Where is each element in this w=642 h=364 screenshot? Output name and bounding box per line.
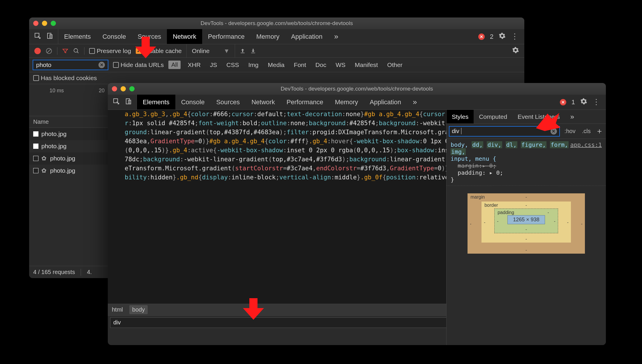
inspect-icon[interactable]: [113, 98, 120, 107]
upload-icon[interactable]: [240, 48, 246, 54]
hov-toggle[interactable]: :hov: [563, 128, 577, 135]
filter-icon[interactable]: [62, 48, 68, 54]
error-icon[interactable]: ✕: [560, 99, 566, 105]
styles-tab-overflow-icon[interactable]: »: [565, 110, 579, 123]
window-title: DevTools - developers.google.com/web/too…: [201, 20, 353, 26]
download-icon[interactable]: [250, 48, 256, 54]
network-toolbar: Preserve log Disable cache Online ▼: [29, 44, 524, 58]
img-thumb-icon: [33, 156, 38, 161]
tab-console[interactable]: Console: [175, 95, 211, 109]
disable-cache-checkbox[interactable]: Disable cache: [136, 47, 182, 54]
tab-overflow-icon[interactable]: »: [328, 29, 344, 44]
filter-type-xhr[interactable]: XHR: [185, 61, 203, 68]
filter-type-css[interactable]: CSS: [224, 61, 241, 68]
blocked-cookies-checkbox[interactable]: Has blocked cookies: [29, 72, 524, 84]
breadcrumb-item[interactable]: body: [129, 305, 148, 314]
filter-type-manifest[interactable]: Manifest: [352, 61, 380, 68]
tab-performance[interactable]: Performance: [202, 29, 251, 44]
settings-icon[interactable]: [580, 98, 587, 107]
device-toggle-icon[interactable]: [125, 98, 132, 107]
hide-data-urls-checkbox[interactable]: Hide data URLs: [113, 61, 164, 68]
tab-performance[interactable]: Performance: [281, 95, 329, 109]
add-rule-icon[interactable]: +: [595, 127, 604, 136]
minimize-icon[interactable]: [121, 86, 126, 91]
inspect-icon[interactable]: [34, 32, 41, 41]
filter-type-other[interactable]: Other: [385, 61, 405, 68]
preserve-log-checkbox[interactable]: Preserve log: [89, 47, 131, 54]
titlebar[interactable]: DevTools - developers.google.com/web/too…: [108, 83, 606, 95]
clear-icon[interactable]: [45, 47, 52, 54]
gear-bullet-icon: ✿: [41, 167, 47, 174]
record-icon[interactable]: [34, 48, 41, 54]
close-icon[interactable]: [112, 86, 117, 91]
svg-rect-8: [251, 52, 255, 53]
tab-network[interactable]: Network: [246, 95, 281, 109]
styles-filter-input[interactable]: div ✕: [449, 126, 560, 137]
box-model-margin-label: margin: [470, 195, 485, 200]
tab-memory[interactable]: Memory: [329, 95, 364, 109]
svg-rect-1: [47, 33, 51, 38]
filter-input[interactable]: photo ✕: [33, 60, 108, 70]
error-icon[interactable]: ✕: [478, 33, 485, 40]
breadcrumb-item[interactable]: html: [112, 306, 123, 313]
styles-pane: Styles Computed Event Listeners » div ✕ …: [446, 110, 606, 345]
minimize-icon[interactable]: [42, 21, 47, 26]
rule-source-link[interactable]: app.css:1: [570, 141, 602, 148]
kebab-icon[interactable]: ⋮: [511, 32, 518, 41]
filter-type-media[interactable]: Media: [266, 61, 287, 68]
main-tabs: Elements Console Sources Network Perform…: [108, 95, 606, 110]
svg-point-5: [74, 48, 78, 52]
titlebar[interactable]: DevTools - developers.google.com/web/too…: [29, 17, 524, 29]
img-thumb-icon: [33, 131, 38, 137]
styles-filter-row: div ✕ :hov .cls +: [447, 124, 606, 139]
img-thumb-icon: [33, 144, 38, 149]
css-rule[interactable]: app.css:1 body, dd, div, dl, figure, for…: [447, 139, 606, 186]
tab-overflow-icon[interactable]: »: [407, 95, 423, 109]
tab-elements[interactable]: Elements: [58, 29, 97, 44]
tab-memory[interactable]: Memory: [251, 29, 285, 44]
box-model-padding-label: padding: [498, 210, 514, 215]
settings-icon[interactable]: [499, 32, 506, 41]
request-count: 4 / 165 requests: [33, 269, 75, 275]
tick-label: 20: [99, 88, 105, 116]
tick-label: 10 ms: [50, 88, 64, 116]
device-toggle-icon[interactable]: [46, 32, 53, 41]
tab-application[interactable]: Application: [285, 29, 328, 44]
styles-tab-event-listeners[interactable]: Event Listeners: [512, 110, 565, 123]
tab-console[interactable]: Console: [97, 29, 132, 44]
styles-tab-computed[interactable]: Computed: [474, 110, 512, 123]
svg-rect-10: [126, 99, 130, 104]
styles-tab-styles[interactable]: Styles: [447, 110, 474, 123]
filter-type-font[interactable]: Font: [292, 61, 308, 68]
box-model-content: 1265 × 938: [507, 215, 545, 224]
filter-type-js[interactable]: JS: [208, 61, 220, 68]
filter-type-doc[interactable]: Doc: [313, 61, 329, 68]
tab-sources[interactable]: Sources: [132, 29, 167, 44]
error-count[interactable]: 1: [572, 98, 575, 106]
tab-network[interactable]: Network: [167, 29, 202, 44]
error-count[interactable]: 2: [490, 33, 493, 40]
tab-sources[interactable]: Sources: [210, 95, 246, 109]
network-filter-row: photo ✕ Hide data URLs All XHR JS CSS Im…: [29, 58, 524, 72]
network-settings-icon[interactable]: [512, 47, 519, 55]
maximize-icon[interactable]: [129, 86, 135, 91]
filter-type-img[interactable]: Img: [246, 61, 261, 68]
chevron-down-icon: ▼: [224, 47, 230, 54]
cls-toggle[interactable]: .cls: [580, 128, 592, 135]
filter-type-ws[interactable]: WS: [333, 61, 348, 68]
box-model[interactable]: margin - - - - border - - - - padding -: [447, 186, 606, 261]
clear-filter-icon[interactable]: ✕: [98, 62, 105, 68]
svg-line-4: [47, 49, 51, 53]
maximize-icon[interactable]: [51, 21, 56, 26]
tab-application[interactable]: Application: [364, 95, 407, 109]
throttling-select[interactable]: Online ▼: [186, 44, 235, 57]
filter-type-all[interactable]: All: [168, 61, 181, 69]
search-icon[interactable]: [73, 48, 80, 54]
close-icon[interactable]: [33, 21, 38, 26]
svg-line-6: [77, 52, 79, 53]
kebab-icon[interactable]: ⋮: [592, 98, 600, 107]
window-title: DevTools - developers.google.com/web/too…: [281, 86, 433, 92]
clear-styles-filter-icon[interactable]: ✕: [551, 128, 557, 135]
tab-elements[interactable]: Elements: [137, 95, 175, 109]
main-tabs: Elements Console Sources Network Perform…: [29, 29, 524, 44]
